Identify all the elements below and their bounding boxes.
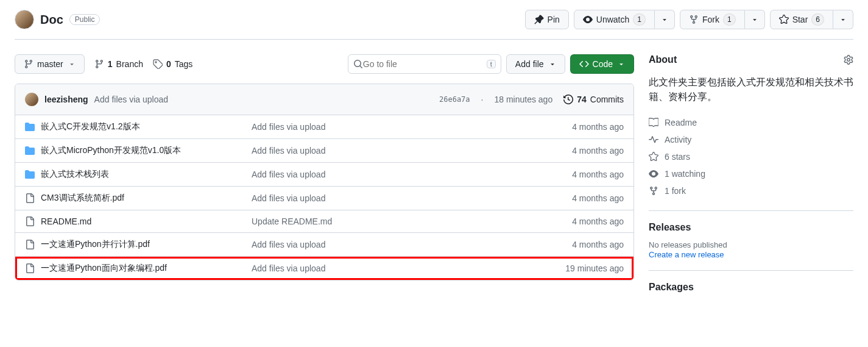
- folder-icon: [25, 170, 35, 179]
- file-row[interactable]: CM3调试系统简析.pdfAdd files via upload4 month…: [15, 187, 633, 210]
- branch-select-button[interactable]: master: [15, 54, 85, 74]
- file-age: 4 months ago: [538, 170, 624, 179]
- file-row[interactable]: 一文速通Python并行计算.pdfAdd files via upload4 …: [15, 233, 633, 257]
- chevron-down-icon: [618, 60, 625, 68]
- star-count: 6: [811, 13, 824, 26]
- file-age: 4 months ago: [538, 146, 624, 156]
- file-name[interactable]: CM3调试系统简析.pdf: [41, 193, 124, 204]
- pin-icon: [534, 15, 544, 24]
- star-button[interactable]: Star 6: [770, 10, 833, 29]
- file-commit-msg[interactable]: Add files via upload: [252, 193, 531, 203]
- fork-icon: [689, 15, 699, 24]
- releases-empty: No releases published: [649, 240, 853, 249]
- gear-icon[interactable]: [844, 55, 853, 65]
- activity-link[interactable]: Activity: [649, 131, 853, 148]
- commit-ago: 18 minutes ago: [494, 95, 552, 104]
- watch-count: 1: [633, 13, 646, 26]
- commit-sha[interactable]: 26e6a7a: [439, 95, 470, 104]
- file-commit-msg[interactable]: Update README.md: [252, 216, 531, 226]
- file-row[interactable]: 嵌入式技术栈列表Add files via upload4 months ago: [15, 163, 633, 187]
- search-icon: [353, 59, 363, 69]
- eye-icon: [583, 15, 593, 24]
- pulse-icon: [649, 135, 658, 145]
- stars-link[interactable]: 6 stars: [649, 148, 853, 165]
- add-file-button[interactable]: Add file: [506, 54, 565, 74]
- folder-icon: [25, 122, 35, 132]
- about-description: 此文件夹主要包括嵌入式开发规范和相关技术书籍、资料分享。: [649, 75, 853, 104]
- file-age: 4 months ago: [538, 193, 624, 203]
- file-row[interactable]: 嵌入式MicroPython开发规范v1.0版本Add files via up…: [15, 139, 633, 163]
- file-row[interactable]: 嵌入式C开发规范v1.2版本Add files via upload4 mont…: [15, 115, 633, 139]
- about-heading: About: [649, 54, 677, 65]
- unwatch-label: Unwatch: [596, 15, 629, 24]
- fork-button[interactable]: Fork 1: [680, 10, 745, 29]
- folder-icon: [25, 146, 35, 156]
- branch-icon: [24, 59, 34, 69]
- pin-button[interactable]: Pin: [525, 10, 569, 29]
- file-row[interactable]: 一文速通Python面向对象编程.pdfAdd files via upload…: [15, 257, 633, 280]
- history-icon: [563, 95, 573, 104]
- branch-icon: [94, 59, 104, 69]
- file-name[interactable]: 嵌入式MicroPython开发规范v1.0版本: [41, 145, 181, 156]
- avatar[interactable]: [15, 10, 34, 29]
- file-row[interactable]: README.mdUpdate README.md4 months ago: [15, 210, 633, 233]
- commit-author[interactable]: leezisheng: [44, 95, 88, 104]
- file-name[interactable]: 一文速通Python面向对象编程.pdf: [41, 263, 167, 274]
- code-icon: [579, 59, 589, 69]
- pin-label: Pin: [548, 15, 560, 24]
- fork-dropdown[interactable]: [745, 10, 765, 29]
- star-label: Star: [792, 15, 808, 24]
- file-icon: [25, 263, 35, 273]
- file-age: 4 months ago: [538, 240, 624, 249]
- releases-heading[interactable]: Releases: [649, 222, 853, 233]
- star-dropdown[interactable]: [833, 10, 853, 29]
- fork-label: Fork: [702, 15, 719, 24]
- avatar[interactable]: [25, 93, 38, 106]
- repo-name[interactable]: Doc: [40, 13, 63, 27]
- file-icon: [25, 240, 35, 249]
- chevron-down-icon: [68, 60, 76, 68]
- file-name[interactable]: 嵌入式技术栈列表: [41, 169, 109, 180]
- chevron-down-icon: [839, 16, 847, 23]
- file-commit-msg[interactable]: Add files via upload: [252, 170, 531, 179]
- branches-link[interactable]: 1 Branch: [94, 59, 143, 69]
- file-commit-msg[interactable]: Add files via upload: [252, 122, 531, 132]
- star-icon: [649, 152, 658, 162]
- tags-link[interactable]: 0 Tags: [153, 59, 192, 69]
- file-age: 19 minutes ago: [538, 263, 624, 273]
- readme-link[interactable]: Readme: [649, 114, 853, 131]
- forks-link[interactable]: 1 fork: [649, 182, 853, 199]
- unwatch-button[interactable]: Unwatch 1: [574, 10, 655, 29]
- eye-icon: [649, 169, 658, 179]
- chevron-down-icon: [661, 16, 668, 23]
- watching-link[interactable]: 1 watching: [649, 165, 853, 182]
- file-icon: [25, 216, 35, 226]
- book-icon: [649, 118, 658, 127]
- file-commit-msg[interactable]: Add files via upload: [252, 240, 531, 249]
- search-kbd: t: [487, 60, 496, 68]
- chevron-down-icon: [549, 60, 556, 68]
- file-search[interactable]: t: [348, 54, 501, 74]
- tag-icon: [153, 59, 163, 69]
- file-commit-msg[interactable]: Add files via upload: [252, 146, 531, 156]
- file-age: 4 months ago: [538, 122, 624, 132]
- commit-message[interactable]: Add files via upload: [94, 95, 168, 104]
- packages-heading[interactable]: Packages: [649, 282, 853, 293]
- chevron-down-icon: [751, 16, 758, 23]
- star-icon: [779, 15, 789, 24]
- commits-link[interactable]: 74 Commits: [563, 95, 624, 104]
- code-button[interactable]: Code: [570, 54, 634, 74]
- file-commit-msg[interactable]: Add files via upload: [252, 263, 531, 273]
- search-input[interactable]: [363, 59, 487, 69]
- branch-label: master: [37, 59, 63, 69]
- file-name[interactable]: README.md: [41, 216, 91, 226]
- fork-count: 1: [723, 13, 736, 26]
- file-icon: [25, 193, 35, 203]
- fork-icon: [649, 186, 658, 196]
- file-name[interactable]: 一文速通Python并行计算.pdf: [41, 239, 150, 250]
- unwatch-dropdown[interactable]: [655, 10, 675, 29]
- visibility-badge: Public: [69, 14, 101, 25]
- file-name[interactable]: 嵌入式C开发规范v1.2版本: [41, 121, 140, 132]
- latest-commit-row[interactable]: leezisheng Add files via upload 26e6a7a …: [15, 84, 633, 115]
- create-release-link[interactable]: Create a new release: [649, 250, 724, 259]
